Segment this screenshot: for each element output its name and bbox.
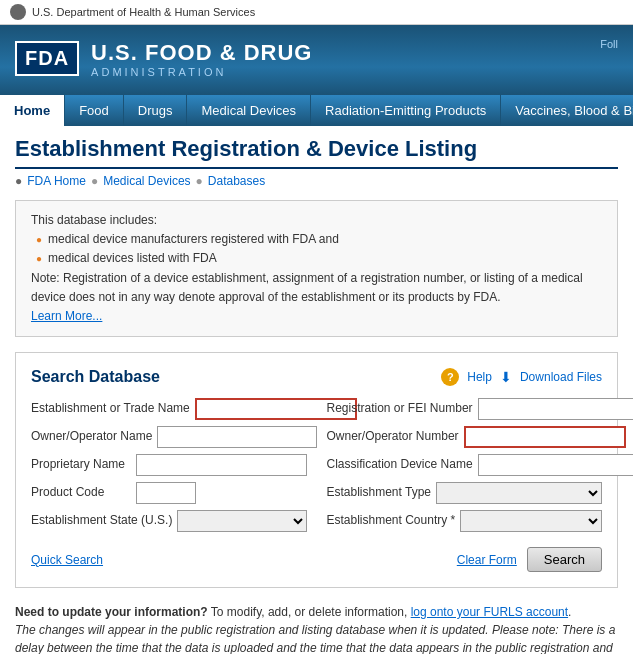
proprietary-name-label: Proprietary Name [31, 457, 131, 473]
search-panel-header: Search Database ? Help ⬇ Download Files [31, 368, 602, 386]
info-bullet-2: medical devices listed with FDA [36, 249, 602, 268]
search-button[interactable]: Search [527, 547, 602, 572]
fda-sub-title: ADMINISTRATION [91, 66, 312, 78]
update-italic-note: The changes will appear in the public re… [15, 623, 615, 654]
registration-fei-label: Registration or FEI Number [327, 401, 473, 417]
right-form-actions: Clear Form Search [457, 547, 602, 572]
furls-link[interactable]: log onto your FURLS account [411, 605, 568, 619]
clear-form-button[interactable]: Clear Form [457, 553, 517, 567]
owner-operator-number-row: Owner/Operator Number [327, 426, 603, 448]
product-code-row: Product Code [31, 482, 307, 504]
search-panel-title: Search Database [31, 368, 160, 386]
nav-item-drugs[interactable]: Drugs [124, 95, 188, 126]
follow-label: Foll [600, 33, 618, 50]
product-code-input[interactable] [136, 482, 196, 504]
info-list: medical device manufacturers registered … [31, 230, 602, 268]
nav-item-food[interactable]: Food [65, 95, 124, 126]
fda-logo-area: FDA U.S. FOOD & DRUG ADMINISTRATION [15, 40, 312, 78]
breadcrumb-sep-2: ● [196, 174, 203, 188]
proprietary-name-row: Proprietary Name [31, 454, 307, 476]
nav-item-medical-devices[interactable]: Medical Devices [187, 95, 311, 126]
update-info-section: Need to update your information? To modi… [15, 603, 618, 654]
owner-operator-name-input[interactable] [157, 426, 317, 448]
gov-bar: U.S. Department of Health & Human Servic… [0, 0, 633, 25]
fda-main-title: U.S. FOOD & DRUG [91, 40, 312, 66]
form-actions: Quick Search Clear Form Search [31, 542, 602, 572]
search-database-panel: Search Database ? Help ⬇ Download Files … [15, 352, 618, 588]
need-to-update-label: Need to update your information? [15, 605, 208, 619]
proprietary-name-input[interactable] [136, 454, 307, 476]
fda-title-area: U.S. FOOD & DRUG ADMINISTRATION [91, 40, 312, 78]
help-icon: ? [441, 368, 459, 386]
main-nav: Home Food Drugs Medical Devices Radiatio… [0, 95, 633, 126]
classification-device-input[interactable] [478, 454, 633, 476]
establishment-country-label: Establishment Country * [327, 513, 456, 529]
breadcrumb: ● FDA Home ● Medical Devices ● Databases [15, 174, 618, 188]
search-form-grid: Establishment or Trade Name Registration… [31, 398, 602, 532]
registration-fei-input[interactable] [478, 398, 633, 420]
info-intro: This database includes: [31, 211, 602, 230]
establishment-trade-name-row: Establishment or Trade Name [31, 398, 307, 420]
establishment-state-row: Establishment State (U.S.) [31, 510, 307, 532]
establishment-type-select[interactable] [436, 482, 602, 504]
establishment-trade-name-label: Establishment or Trade Name [31, 401, 190, 417]
classification-device-label: Classification Device Name [327, 457, 473, 473]
page-title: Establishment Registration & Device List… [15, 136, 618, 169]
classification-device-row: Classification Device Name [327, 454, 603, 476]
establishment-type-label: Establishment Type [327, 485, 432, 501]
breadcrumb-sep-1: ● [91, 174, 98, 188]
establishment-state-label: Establishment State (U.S.) [31, 513, 172, 529]
need-to-update-text: To modify, add, or delete information, [208, 605, 411, 619]
hhs-seal-icon [10, 4, 26, 20]
help-link[interactable]: Help [467, 370, 492, 384]
owner-operator-name-label: Owner/Operator Name [31, 429, 152, 445]
breadcrumb-databases[interactable]: Databases [208, 174, 265, 188]
establishment-type-row: Establishment Type [327, 482, 603, 504]
download-files-link[interactable]: Download Files [520, 370, 602, 384]
establishment-country-row: Establishment Country * [327, 510, 603, 532]
breadcrumb-icon: ● [15, 174, 22, 188]
info-note: Note: Registration of a device establish… [31, 269, 602, 307]
establishment-country-select[interactable] [460, 510, 602, 532]
nav-item-vaccines[interactable]: Vaccines, Blood & Biologics [501, 95, 633, 126]
quick-search-button[interactable]: Quick Search [31, 553, 103, 567]
download-icon: ⬇ [500, 369, 512, 385]
learn-more-link[interactable]: Learn More... [31, 309, 102, 323]
owner-operator-number-input[interactable] [464, 426, 626, 448]
owner-operator-number-label: Owner/Operator Number [327, 429, 459, 445]
panel-actions: ? Help ⬇ Download Files [441, 368, 602, 386]
establishment-state-select[interactable] [177, 510, 306, 532]
breadcrumb-medical-devices[interactable]: Medical Devices [103, 174, 190, 188]
registration-fei-row: Registration or FEI Number [327, 398, 603, 420]
breadcrumb-fda-home[interactable]: FDA Home [27, 174, 86, 188]
info-bullet-1: medical device manufacturers registered … [36, 230, 602, 249]
site-header: FDA U.S. FOOD & DRUG ADMINISTRATION Foll [0, 25, 633, 95]
nav-item-home[interactable]: Home [0, 95, 65, 126]
product-code-label: Product Code [31, 485, 131, 501]
gov-bar-text: U.S. Department of Health & Human Servic… [32, 6, 255, 18]
fda-badge: FDA [15, 41, 79, 76]
info-box: This database includes: medical device m… [15, 200, 618, 337]
owner-operator-name-row: Owner/Operator Name [31, 426, 307, 448]
main-content: Establishment Registration & Device List… [0, 126, 633, 654]
nav-item-radiation[interactable]: Radiation-Emitting Products [311, 95, 501, 126]
